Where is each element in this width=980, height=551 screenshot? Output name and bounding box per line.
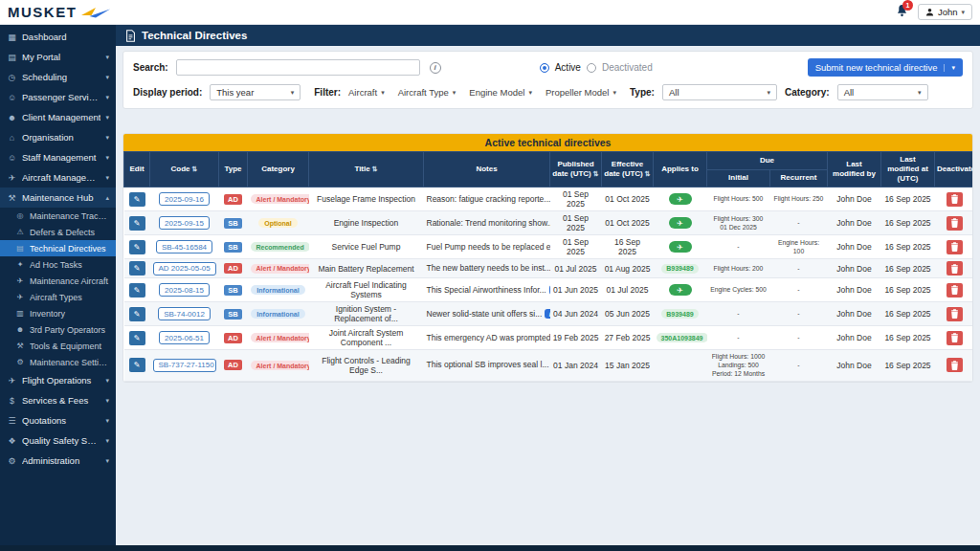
submit-new-directive-button[interactable]: Submit new technical directive ▾ bbox=[808, 58, 963, 77]
chevron-icon: ▾ bbox=[105, 417, 109, 425]
user-menu-button[interactable]: John ▾ bbox=[918, 4, 972, 20]
sidebar-subitem-label: Ad Hoc Tasks bbox=[30, 260, 110, 270]
col-code[interactable]: Code⇅ bbox=[150, 152, 219, 187]
deactivate-button[interactable] bbox=[947, 216, 963, 231]
category-badge: Alert / Mandatory bbox=[251, 333, 309, 342]
sidebar-item[interactable]: ⚒ Maintenance Hub ▴ bbox=[0, 187, 116, 208]
edit-button[interactable]: ✎ bbox=[129, 240, 145, 254]
applies-to-registration-badge: B939489 bbox=[661, 264, 698, 274]
propeller-model-filter-label: Propeller Model bbox=[546, 87, 610, 98]
sort-icon[interactable]: ⇅ bbox=[645, 170, 651, 177]
sidebar-item-icon: ☺ bbox=[7, 153, 17, 163]
sidebar-subitem[interactable]: ✦ Ad Hoc Tasks bbox=[0, 256, 116, 273]
sidebar-subitem[interactable]: ✈ Aircraft Types bbox=[0, 289, 116, 305]
directives-table: Edit Code⇅ Type Category Title⇅ Notes Pu… bbox=[123, 151, 973, 382]
aircraft-type-filter[interactable]: Aircraft Type ▾ bbox=[398, 87, 457, 98]
type-select[interactable]: All ▾ bbox=[662, 84, 777, 100]
code-button[interactable]: SB-74-0012 bbox=[158, 307, 211, 320]
sidebar-item-icon: ☰ bbox=[7, 416, 17, 426]
sidebar-item[interactable]: ▤ My Portal ▾ bbox=[0, 47, 116, 67]
deactivate-button[interactable] bbox=[947, 307, 963, 321]
chevron-down-icon: ▾ bbox=[453, 89, 457, 97]
deactivate-button[interactable] bbox=[947, 331, 963, 345]
display-period-select[interactable]: This year ▾ bbox=[210, 84, 301, 100]
sidebar-subitem[interactable]: ☻ 3rd Party Operators bbox=[0, 321, 116, 338]
code-button[interactable]: 2025-08-15 bbox=[159, 283, 210, 297]
sidebar-item[interactable]: ☺ Staff Management ▾ bbox=[0, 147, 116, 167]
sidebar-item[interactable]: ☺ Passenger Services ▾ bbox=[0, 87, 116, 107]
deactivate-button[interactable] bbox=[947, 261, 963, 276]
sidebar-subitem[interactable]: ⚒ Tools & Equipment bbox=[0, 338, 116, 354]
info-icon[interactable]: i bbox=[430, 62, 441, 74]
deactivated-radio[interactable] bbox=[587, 63, 596, 73]
code-button[interactable]: 2025-06-51 bbox=[159, 331, 210, 344]
col-type: Type bbox=[219, 152, 248, 187]
notes-info-icon[interactable]: i bbox=[549, 285, 550, 295]
sidebar-subitem[interactable]: ⚠ Defers & Defects bbox=[0, 224, 116, 240]
sidebar-item[interactable]: ☻ Client Management ▾ bbox=[0, 107, 116, 127]
sidebar-item-label: Staff Management bbox=[22, 152, 100, 163]
edit-button[interactable]: ✎ bbox=[129, 331, 145, 345]
sidebar-subitem-icon: ⚙ bbox=[15, 358, 25, 366]
sidebar-item[interactable]: ⌂ Organisation ▾ bbox=[0, 127, 116, 147]
deactivate-button[interactable] bbox=[947, 358, 963, 372]
sort-icon[interactable]: ⇅ bbox=[593, 170, 599, 177]
sort-icon[interactable]: ⇅ bbox=[372, 165, 378, 172]
sidebar-subitem[interactable]: ✈ Maintenance Aircraft bbox=[0, 273, 116, 289]
pencil-icon: ✎ bbox=[134, 219, 141, 228]
col-published[interactable]: Published date (UTC)⇅ bbox=[550, 152, 602, 187]
notifications-button[interactable]: 1 bbox=[896, 4, 908, 20]
published-date: 19 Feb 2025 bbox=[550, 326, 602, 350]
chevron-icon: ▾ bbox=[105, 114, 109, 121]
active-radio[interactable] bbox=[540, 63, 549, 73]
sidebar-item[interactable]: ❖ Quality Safety Security ▾ bbox=[0, 430, 116, 451]
code-button[interactable]: 2025-09-15 bbox=[159, 216, 210, 230]
aircraft-filter[interactable]: Aircraft ▾ bbox=[348, 87, 385, 98]
code-button[interactable]: AD 2025-05-05 bbox=[153, 262, 216, 276]
deactivate-button[interactable] bbox=[947, 240, 963, 254]
sidebar-item[interactable]: ☰ Quotations ▾ bbox=[0, 410, 116, 430]
category-select[interactable]: All ▾ bbox=[837, 84, 928, 100]
title-cell: Joint Aircraft System Component ... bbox=[309, 326, 424, 350]
sidebar-subitem[interactable]: ⚙ Maintenance Settings bbox=[0, 354, 116, 370]
edit-button[interactable]: ✎ bbox=[129, 283, 145, 298]
sidebar-subitem[interactable]: ◎ Maintenance Tracker bbox=[0, 208, 116, 224]
col-title[interactable]: Title⇅ bbox=[309, 152, 424, 187]
code-button[interactable]: SB-45-16584 bbox=[156, 240, 212, 253]
sidebar-subitem[interactable]: ▤ Technical Directives bbox=[0, 240, 116, 256]
sidebar-item[interactable]: ✈ Aircraft Management ▾ bbox=[0, 167, 116, 187]
code-button[interactable]: 2025-09-16 bbox=[159, 192, 210, 206]
sidebar-item[interactable]: ⚙ Administration ▾ bbox=[0, 451, 116, 471]
type-badge: AD bbox=[224, 194, 242, 205]
edit-button[interactable]: ✎ bbox=[129, 192, 145, 207]
sort-icon[interactable]: ⇅ bbox=[192, 165, 198, 172]
notes-info-icon[interactable]: i bbox=[545, 309, 549, 319]
propeller-model-filter[interactable]: Propeller Model ▾ bbox=[546, 87, 616, 98]
col-modified-at: Last modified at (UTC) bbox=[881, 152, 935, 187]
page-title-bar: Technical Directives bbox=[116, 25, 980, 46]
category-badge: Optional bbox=[258, 218, 297, 228]
sidebar-item[interactable]: ▦ Dashboard bbox=[0, 27, 116, 47]
sidebar-item[interactable]: ✈ Flight Operations ▾ bbox=[0, 370, 116, 390]
plane-icon: ✈ bbox=[677, 219, 683, 228]
code-button[interactable]: SB-737-27-1150 bbox=[153, 359, 216, 372]
sidebar-subitem-label: Maintenance Aircraft bbox=[30, 276, 110, 286]
sidebar-subitem-icon: ⚠ bbox=[15, 228, 25, 236]
sidebar-item[interactable]: $ Services & Fees ▾ bbox=[0, 390, 116, 410]
edit-button[interactable]: ✎ bbox=[129, 261, 145, 276]
sidebar-item[interactable]: ◷ Scheduling ▾ bbox=[0, 67, 116, 87]
deactivate-button[interactable] bbox=[947, 192, 963, 207]
type-badge: SB bbox=[224, 285, 241, 296]
sidebar-subitem[interactable]: ▥ Inventory bbox=[0, 305, 116, 321]
chevron-icon: ▾ bbox=[105, 54, 109, 61]
edit-button[interactable]: ✎ bbox=[129, 358, 145, 372]
due-recurrent-cell: - bbox=[770, 278, 828, 302]
last-modified-at-cell: 16 Sep 2025 bbox=[881, 259, 935, 278]
edit-button[interactable]: ✎ bbox=[129, 216, 145, 231]
search-input[interactable] bbox=[176, 59, 420, 76]
deactivate-button[interactable] bbox=[947, 283, 963, 298]
col-effective[interactable]: Effective date (UTC)⇅ bbox=[602, 152, 654, 187]
submit-dropdown-caret-icon[interactable]: ▾ bbox=[944, 64, 955, 72]
engine-model-filter[interactable]: Engine Model ▾ bbox=[469, 87, 532, 98]
edit-button[interactable]: ✎ bbox=[129, 307, 145, 321]
